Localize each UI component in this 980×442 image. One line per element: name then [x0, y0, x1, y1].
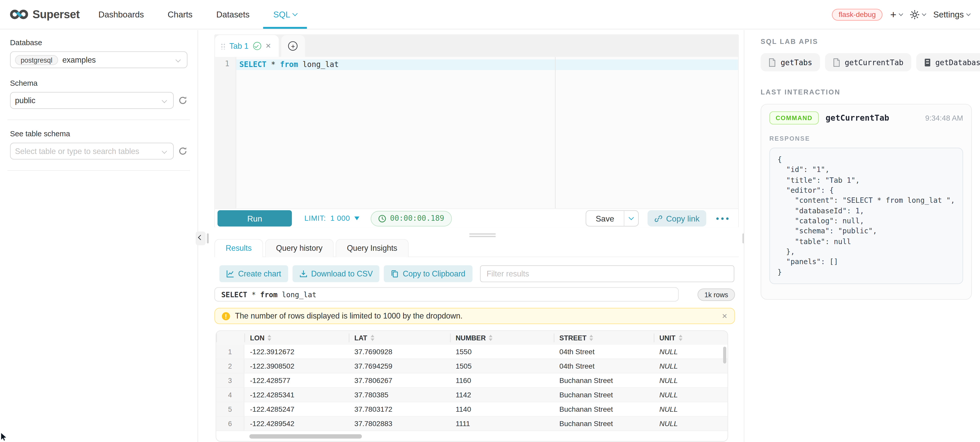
copy-link-button[interactable]: Copy link: [648, 210, 706, 227]
editor-tab-1[interactable]: Tab 1 ✕: [215, 35, 279, 57]
get-tabs-button[interactable]: getTabs: [760, 53, 820, 71]
create-chart-button[interactable]: Create chart: [220, 265, 288, 282]
clock-icon: [378, 214, 387, 223]
tab-results[interactable]: Results: [214, 239, 263, 257]
close-warning-icon[interactable]: ✕: [722, 312, 727, 320]
copy-clipboard-button[interactable]: Copy to Clipboard: [384, 265, 472, 282]
sort-icon[interactable]: [370, 335, 374, 341]
collapse-sidebar-button[interactable]: [196, 231, 206, 246]
sql-token: *: [266, 60, 280, 69]
get-databases-label: getDatabases: [935, 58, 980, 67]
limit-dropdown[interactable]: LIMIT: 1 000: [304, 214, 360, 223]
command-timestamp: 9:34:48 AM: [925, 113, 963, 122]
download-csv-label: Download to CSV: [311, 269, 373, 278]
nav-charts[interactable]: Charts: [168, 0, 192, 29]
table-cell: 1550: [450, 345, 554, 359]
editor-code-pane[interactable]: SELECT * from long_lat: [236, 57, 738, 208]
results-grid: LONLATNUMBERSTREETUNIT 1-122.391267237.7…: [216, 330, 728, 442]
chevron-down-icon: [966, 11, 970, 16]
tab-query-insights[interactable]: Query Insights: [336, 239, 409, 257]
last-interaction-card: COMMAND getCurrentTab 9:34:48 AM RESPONS…: [760, 104, 972, 300]
table-row: 4-122.428534137.7803851142Buchanan Stree…: [216, 388, 727, 402]
get-databases-button[interactable]: getDatabases: [916, 53, 980, 71]
filter-results-input[interactable]: [480, 265, 734, 282]
sort-icon[interactable]: [268, 335, 272, 341]
results-resize-handle[interactable]: [469, 231, 496, 239]
save-options-button[interactable]: [624, 211, 638, 226]
download-csv-button[interactable]: Download to CSV: [292, 265, 380, 282]
column-header-street[interactable]: STREET: [554, 331, 654, 345]
table-cell: 37.7694259: [349, 359, 450, 373]
settings-menu[interactable]: Settings: [933, 10, 970, 19]
create-chart-label: Create chart: [238, 269, 281, 278]
table-schema-label: See table schema: [10, 129, 188, 138]
sort-icon[interactable]: [678, 335, 682, 341]
table-cell: -122.4285247: [244, 402, 349, 416]
nav-datasets[interactable]: Datasets: [216, 0, 250, 29]
table-cell: 37.7806267: [349, 373, 450, 387]
column-header-number[interactable]: NUMBER: [450, 331, 554, 345]
database-label: Database: [10, 38, 188, 47]
table-select[interactable]: Select table or type to search tables: [10, 143, 174, 160]
table-cell: NULL: [654, 345, 728, 359]
superset-logo[interactable]: Superset: [10, 8, 80, 21]
save-button[interactable]: Save: [586, 211, 624, 226]
column-header-label: STREET: [560, 334, 587, 341]
response-heading: RESPONSE: [770, 135, 963, 142]
response-json: { "id": "1", "title": "Tab 1", "editor":…: [770, 148, 963, 284]
column-header-label: UNIT: [660, 334, 676, 341]
column-header-lon[interactable]: LON: [244, 331, 349, 345]
sql-lab-main: Tab 1 ✕ + 1 SELECT * from long_lat: [214, 30, 739, 442]
run-button[interactable]: Run: [218, 210, 292, 227]
vertical-scrollbar[interactable]: [723, 346, 726, 364]
theme-menu[interactable]: [910, 10, 926, 19]
schema-select[interactable]: public: [10, 92, 174, 109]
get-current-tab-button[interactable]: getCurrentTab: [825, 53, 911, 71]
line-number: 1: [215, 59, 229, 68]
schema-label: Schema: [10, 79, 188, 88]
table-cell: Buchanan Street: [554, 402, 654, 416]
api-buttons: getTabs getCurrentTab getDatabases: [760, 53, 972, 71]
database-select[interactable]: postgresql examples: [10, 51, 188, 68]
table-cell: 1142: [450, 388, 554, 402]
nav-dashboards[interactable]: Dashboards: [99, 0, 144, 29]
column-header-unit[interactable]: UNIT: [654, 331, 728, 345]
grid-header-row: LONLATNUMBERSTREETUNIT: [216, 331, 727, 345]
table-row: 6-122.428954237.78028831111Buchanan Stre…: [216, 416, 727, 431]
refresh-schemas-icon[interactable]: [178, 96, 188, 105]
nav-sql[interactable]: SQL: [273, 0, 297, 29]
sql-lab-api-panel: SQL LAB APIS getTabs getCurrentTab: [744, 30, 980, 442]
table-row: 1-122.391267237.7690928155004th StreetNU…: [216, 345, 727, 359]
table-cell: NULL: [654, 388, 728, 402]
sort-icon[interactable]: [489, 335, 493, 341]
refresh-tables-icon[interactable]: [178, 146, 188, 156]
link-icon: [654, 214, 662, 223]
divider: [8, 120, 190, 120]
row-number-header: [216, 331, 244, 345]
add-tab-button[interactable]: +: [281, 35, 305, 57]
sql-token: *: [247, 290, 260, 299]
superset-logo-icon: [10, 8, 28, 21]
sql-code-editor[interactable]: 1 SELECT * from long_lat: [215, 57, 738, 208]
row-number: 2: [216, 359, 244, 373]
tab-results-label: Results: [226, 244, 252, 253]
new-menu[interactable]: +: [890, 9, 903, 19]
nav-sql-label: SQL: [273, 10, 290, 19]
sidebar-splitter[interactable]: [207, 233, 209, 243]
chevron-down-icon: [175, 57, 181, 63]
limit-value: 1 000: [330, 214, 350, 223]
copy-link-label: Copy link: [666, 214, 700, 223]
environment-badge: flask-debug: [832, 8, 883, 20]
more-actions-button[interactable]: ●●●: [716, 215, 730, 222]
tab-query-history[interactable]: Query history: [265, 239, 334, 257]
editor-tab-title: Tab 1: [229, 41, 249, 50]
table-cell: Buchanan Street: [554, 416, 654, 431]
sort-icon[interactable]: [590, 335, 593, 341]
column-header-lat[interactable]: LAT: [349, 331, 450, 345]
row-number: 6: [216, 416, 244, 431]
command-row: COMMAND getCurrentTab 9:34:48 AM: [770, 112, 963, 124]
close-tab-icon[interactable]: ✕: [266, 43, 271, 49]
horizontal-scrollbar[interactable]: [250, 434, 362, 439]
table-row: 3-122.42857737.78062671160Buchanan Stree…: [216, 373, 727, 388]
drag-handle-icon[interactable]: [221, 43, 225, 49]
